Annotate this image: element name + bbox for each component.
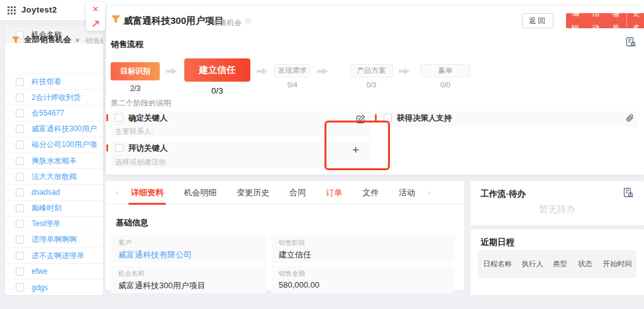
list-item[interactable]: 进理单啊啊啊 <box>5 232 103 247</box>
opportunity-link[interactable]: dsadsad <box>31 188 60 197</box>
chevron-right-icon[interactable]: › <box>425 188 433 197</box>
opportunity-link[interactable]: 2会计师收到货 <box>31 92 81 103</box>
opportunity-link[interactable]: Test理单 <box>31 219 60 229</box>
column-schedule-name: 日程名称 <box>483 259 522 269</box>
tab-activity[interactable]: 活动 <box>399 181 415 205</box>
row-checkbox[interactable] <box>16 157 24 165</box>
more-button[interactable]: 更多 <box>627 6 644 36</box>
list-item[interactable]: 2会计师收到货 <box>5 89 103 105</box>
row-checkbox[interactable] <box>16 125 24 133</box>
row-checkbox[interactable] <box>16 220 24 228</box>
action-button-group: 编辑 活动 输单 更多 <box>566 13 644 28</box>
row-checkbox[interactable] <box>16 236 24 244</box>
opportunity-link[interactable]: 进理单啊啊啊 <box>31 234 77 245</box>
row-checkbox[interactable] <box>16 204 24 212</box>
opportunity-link[interactable]: 爽肤水发顺丰 <box>31 156 77 166</box>
task-checkbox[interactable] <box>115 144 123 152</box>
opportunity-link[interactable]: 威富通科技300用户项 <box>31 124 97 134</box>
row-checkbox[interactable] <box>16 94 24 102</box>
field-value-link[interactable]: 威富通科技有限公司 <box>118 249 259 261</box>
required-marker <box>106 114 108 121</box>
list-item[interactable]: 爽肤水发顺丰 <box>5 153 103 168</box>
list-filter[interactable]: 全部销售机会 ∨ <box>11 35 80 45</box>
task-label: 确定关键人 <box>128 113 168 124</box>
opportunity-link[interactable]: 会554677 <box>31 108 64 119</box>
row-checkbox[interactable] <box>16 252 24 260</box>
log-search-icon[interactable] <box>625 36 636 48</box>
funnel-icon <box>11 36 20 45</box>
opportunity-link[interactable]: 进不去啊进理单 <box>31 251 84 261</box>
row-checkbox[interactable] <box>16 109 24 117</box>
lose-order-button[interactable]: 输单 <box>606 6 626 36</box>
opportunity-link[interactable]: 福分公司100用户项目 <box>31 139 97 150</box>
task-sub-label: 选择或创建活动 <box>115 158 166 167</box>
schedule-table-header: 日程名称 执行人 类型 状态 开始时间 <box>478 250 636 278</box>
tab-order[interactable]: 订单 <box>326 181 342 205</box>
expand-icon[interactable] <box>92 19 100 28</box>
opportunity-link[interactable]: 科技馆看 <box>31 77 62 87</box>
tab-change-history[interactable]: 变更历史 <box>236 181 269 205</box>
stage-count: 0/4 <box>274 81 311 89</box>
edit-button[interactable]: 编辑 <box>566 6 586 36</box>
row-checkbox[interactable] <box>16 283 24 291</box>
row-checkbox[interactable] <box>16 141 24 149</box>
stage-button-build-trust[interactable]: 建立信任 <box>184 58 250 82</box>
list-item[interactable]: 科技馆看 <box>5 73 103 89</box>
field-value: 建立信任 <box>279 249 447 261</box>
list-item[interactable]: 威富通科技300用户项 <box>5 121 103 137</box>
row-checkbox[interactable] <box>16 173 24 181</box>
field-label: 销售金额 <box>279 269 447 278</box>
tab-contract[interactable]: 合同 <box>289 181 306 205</box>
workflow-todo-card: 工作流·待办 暂无待办 <box>470 181 644 225</box>
row-checkbox[interactable] <box>16 188 24 197</box>
field-sales-stage: 销售阶段 建立信任 <box>271 235 455 263</box>
column-status: 状态 <box>578 259 603 269</box>
field-value: 580,000.00 <box>279 280 447 290</box>
chevron-left-icon[interactable]: ‹ <box>113 188 121 197</box>
opportunity-link[interactable]: efwe <box>31 267 47 276</box>
list-item[interactable]: efwe <box>5 263 103 279</box>
list-item[interactable]: dsadsad <box>5 184 103 200</box>
tab-opportunity-lines[interactable]: 机会明细 <box>184 181 216 205</box>
record-type-tag: 销售机会 <box>213 18 242 28</box>
list-item[interactable]: 进不去啊进理单 <box>5 247 103 263</box>
clipped-text: 销售机 <box>86 36 103 46</box>
list-item[interactable]: 会554677 <box>5 105 103 121</box>
list-item[interactable]: 法大大放散阀 <box>5 168 103 184</box>
close-icon[interactable]: ✕ <box>92 5 99 13</box>
row-checkbox[interactable] <box>16 78 24 86</box>
list-item[interactable]: 巅峰时刻 <box>5 200 103 216</box>
stage-button-discover-needs[interactable]: 发现需求 <box>274 64 311 77</box>
app-launcher-icon[interactable] <box>8 6 16 14</box>
opportunity-link[interactable]: 巅峰时刻 <box>31 203 62 214</box>
back-button[interactable]: 返回 <box>522 13 553 28</box>
stage-button-target-identify[interactable]: 目标识别 <box>111 62 160 80</box>
column-executor: 执行人 <box>522 259 553 269</box>
tab-detail-info[interactable]: 详细资料 <box>131 181 164 205</box>
tab-bar: ‹ 详细资料 机会明细 变更历史 合同 订单 文件 活动 › <box>106 181 464 205</box>
list-item[interactable]: 福分公司100用户项目 <box>5 137 103 153</box>
flow-arrow-icon <box>317 67 328 75</box>
tab-files[interactable]: 文件 <box>362 181 379 205</box>
row-checkbox[interactable] <box>16 268 24 276</box>
opportunity-rows: 科技馆看 2会计师收到货 会554677 威富通科技300用户项 福分公司100… <box>5 73 103 295</box>
opportunity-link[interactable]: 法大大放散阀 <box>31 171 77 182</box>
field-sales-amount: 销售金额 580,000.00 <box>271 266 455 293</box>
flow-arrow-icon <box>166 67 177 75</box>
opportunity-link[interactable]: gdgs <box>31 283 48 292</box>
list-item[interactable]: gdgs <box>5 279 103 295</box>
activity-button[interactable]: 活动 <box>586 6 606 36</box>
stage-count: 0/0 <box>420 81 470 89</box>
chevron-down-icon[interactable]: ∨ <box>75 36 80 43</box>
stage-button-product-plan[interactable]: 产品方案 <box>350 64 393 77</box>
paperclip-icon[interactable] <box>625 113 635 122</box>
task-checkbox[interactable] <box>115 114 123 122</box>
field-customer: 客户 威富通科技有限公司 <box>111 235 267 263</box>
stage-button-win[interactable]: 赢单 <box>420 64 470 77</box>
stage-count: 2/3 <box>111 84 160 93</box>
flow-arrow-icon <box>399 67 410 75</box>
filter-label: 全部销售机会 <box>24 35 71 45</box>
list-item[interactable]: Test理单 <box>5 216 103 232</box>
star-icon[interactable]: ☆ <box>244 15 252 26</box>
log-search-icon[interactable] <box>623 187 634 198</box>
